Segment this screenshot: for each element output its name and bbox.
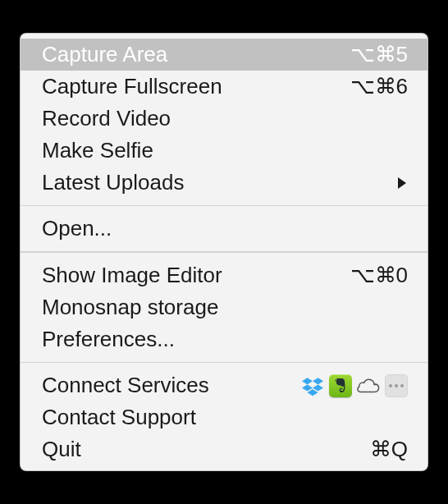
menu-item-label: Record Video [42, 106, 171, 131]
svg-marker-4 [313, 384, 323, 391]
menu-item-preferences[interactable]: Preferences... [21, 323, 427, 355]
menu-separator [21, 251, 427, 253]
menu-item-label: Connect Services [42, 373, 209, 398]
menu-separator [21, 362, 427, 364]
context-menu: Capture Area ⌥⌘5 Capture Fullscreen ⌥⌘6 … [20, 33, 428, 472]
menu-item-show-image-editor[interactable]: Show Image Editor ⌥⌘0 [21, 259, 427, 291]
menu-item-monosnap-storage[interactable]: Monosnap storage [21, 291, 427, 323]
menu-item-label: Quit [42, 437, 81, 462]
menu-item-label: Make Selfie [42, 138, 153, 163]
menu-item-label: Capture Fullscreen [42, 74, 222, 99]
menu-separator [21, 205, 427, 207]
evernote-icon [329, 374, 352, 397]
dropbox-icon [301, 374, 324, 397]
icloud-icon [357, 374, 380, 397]
menu-item-quit[interactable]: Quit ⌘Q [21, 433, 427, 465]
menu-item-shortcut: ⌥⌘0 [350, 263, 408, 288]
menu-item-label: Monosnap storage [42, 295, 218, 320]
svg-marker-5 [308, 389, 318, 396]
menu-item-capture-fullscreen[interactable]: Capture Fullscreen ⌥⌘6 [21, 71, 427, 103]
menu-item-record-video[interactable]: Record Video [21, 103, 427, 135]
menu-item-label: Open... [42, 216, 112, 241]
menu-item-make-selfie[interactable]: Make Selfie [21, 135, 427, 167]
menu-item-label: Capture Area [42, 42, 167, 67]
menu-item-shortcut: ⌥⌘5 [350, 42, 408, 67]
menu-item-label: Show Image Editor [42, 263, 222, 288]
menu-item-label: Preferences... [42, 327, 175, 352]
menu-item-shortcut: ⌥⌘6 [350, 74, 408, 99]
more-services-icon[interactable] [385, 374, 408, 397]
svg-marker-1 [302, 378, 313, 384]
menu-item-latest-uploads[interactable]: Latest Uploads [21, 167, 427, 199]
menu-item-open[interactable]: Open... [21, 213, 427, 245]
svg-marker-2 [313, 378, 323, 384]
svg-marker-3 [302, 384, 313, 391]
svg-marker-0 [398, 177, 406, 189]
menu-item-label: Latest Uploads [42, 170, 184, 195]
service-icons [301, 374, 408, 397]
menu-item-connect-services[interactable]: Connect Services [21, 369, 427, 401]
menu-item-shortcut: ⌘Q [370, 437, 408, 462]
submenu-arrow-icon [396, 170, 408, 195]
menu-item-label: Contact Support [42, 405, 196, 430]
menu-item-contact-support[interactable]: Contact Support [21, 401, 427, 433]
menu-item-capture-area[interactable]: Capture Area ⌥⌘5 [21, 39, 427, 71]
